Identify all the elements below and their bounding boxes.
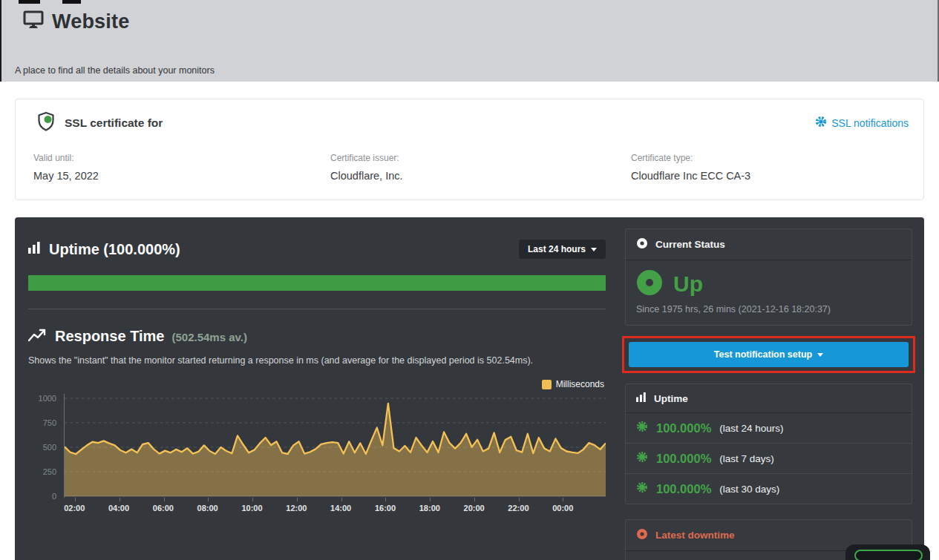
x-tick-label: 10:00 — [241, 504, 262, 513]
x-axis-labels: 02:0004:0006:0008:0010:0012:0014:0016:00… — [64, 504, 606, 520]
uptime-burst-icon — [636, 421, 648, 435]
field-label: Valid until: — [33, 153, 330, 163]
page-subtitle: A place to find all the details about yo… — [15, 65, 215, 76]
charts-column: Uptime (100.000%) Last 24 hours Response… — [28, 217, 606, 560]
x-tick-label: 12:00 — [286, 504, 307, 513]
y-tick-label: 750 — [43, 418, 56, 427]
uptime-section-title: Uptime (100.000%) — [49, 241, 180, 258]
x-tick-label: 08:00 — [197, 504, 218, 513]
page-header: Website A place to find all the details … — [0, 0, 939, 82]
field-label: Certificate issuer: — [330, 153, 631, 163]
chat-widget-pill — [854, 550, 923, 560]
uptime-burst-icon — [636, 481, 648, 496]
x-tickmark — [563, 498, 563, 501]
chart-plot[interactable] — [64, 394, 606, 498]
monitor-icon — [22, 10, 45, 33]
time-range-label: Last 24 hours — [528, 244, 586, 254]
x-tick-label: 00:00 — [552, 504, 573, 513]
x-tickmark — [252, 498, 253, 501]
x-tick-label: 20:00 — [464, 504, 485, 513]
screen-edge-artifact — [0, 0, 1, 82]
x-tickmark — [385, 498, 386, 501]
uptime-period: (last 7 days) — [719, 453, 774, 464]
annotation-highlight-box: Test notification setup — [622, 336, 915, 373]
response-time-title: Response Time — [55, 328, 164, 345]
x-tickmark — [341, 498, 342, 501]
response-time-area — [65, 403, 606, 496]
status-state: Up — [673, 271, 703, 297]
shield-icon — [36, 111, 56, 135]
x-tickmark — [120, 498, 120, 501]
line-chart-icon — [28, 328, 48, 346]
field-label: Certificate type: — [631, 153, 750, 163]
x-tickmark — [208, 498, 209, 501]
chat-widget-peek[interactable] — [845, 544, 930, 560]
response-time-description: Shows the "instant" that the monitor sta… — [28, 355, 606, 366]
x-tick-label: 02:00 — [64, 504, 85, 513]
x-tickmark — [297, 498, 298, 501]
screen-artifact — [19, 0, 40, 4]
uptime-percentage: 100.000% — [656, 421, 711, 435]
field-value: Cloudflare Inc ECC CA-3 — [631, 170, 750, 182]
bar-chart-icon — [28, 242, 41, 257]
uptime-percentage: 100.000% — [656, 482, 711, 496]
uptime-row-7d: 100.000% (last 7 days) — [626, 443, 912, 473]
uptime-card-title: Uptime — [654, 393, 688, 404]
chart-legend: Milliseconds — [28, 379, 606, 389]
time-range-dropdown[interactable]: Last 24 hours — [519, 240, 606, 259]
uptime-row-24h: 100.000% (last 24 hours) — [626, 413, 912, 443]
uptime-status-bar[interactable] — [28, 275, 606, 291]
uptime-percentage: 100.000% — [656, 452, 711, 466]
ssl-type-field: Certificate type: Cloudflare Inc ECC CA-… — [631, 153, 750, 182]
response-time-average: (502.54ms av.) — [171, 331, 246, 343]
x-tick-label: 18:00 — [419, 504, 440, 513]
uptime-row-30d: 100.000% (last 30 days) — [626, 473, 912, 504]
uptime-burst-icon — [636, 451, 648, 466]
downtime-dot-icon — [636, 528, 648, 542]
test-notification-setup-button[interactable]: Test notification setup — [629, 342, 909, 367]
x-tickmark — [75, 498, 76, 501]
test-notification-label: Test notification setup — [714, 349, 812, 360]
current-status-card: Current Status Up Since 1975 hrs, 26 min… — [625, 228, 912, 326]
section-divider — [28, 309, 606, 309]
x-tick-label: 22:00 — [508, 504, 529, 513]
ssl-notifications-link[interactable]: SSL notifications — [815, 116, 909, 130]
legend-swatch-milliseconds — [542, 380, 552, 389]
field-value: May 15, 2022 — [33, 170, 330, 182]
x-tick-label: 06:00 — [153, 504, 174, 513]
ssl-valid-until-field: Valid until: May 15, 2022 — [33, 153, 330, 182]
status-since-text: Since 1975 hrs, 26 mins (2021-12-16 18:2… — [636, 304, 901, 314]
uptime-period: (last 24 hours) — [719, 423, 783, 434]
bar-chart-icon — [636, 392, 647, 404]
y-tick-label: 1000 — [39, 394, 56, 403]
current-status-title: Current Status — [655, 239, 725, 250]
x-tick-label: 16:00 — [375, 504, 396, 513]
response-time-chart-svg — [65, 394, 606, 498]
chevron-down-icon — [591, 248, 597, 251]
field-value: Cloudflare, Inc. — [330, 170, 631, 182]
ssl-issuer-field: Certificate issuer: Cloudflare, Inc. — [330, 153, 631, 182]
y-tick-label: 250 — [43, 467, 56, 476]
x-tick-label: 04:00 — [108, 504, 129, 513]
monitor-detail-panel: Uptime (100.000%) Last 24 hours Response… — [15, 217, 924, 560]
uptime-period: (last 30 days) — [719, 484, 779, 495]
y-axis-labels: 02505007501000 — [28, 394, 64, 498]
downtime-card-title: Latest downtime — [655, 530, 735, 541]
page-title: Website — [52, 10, 129, 33]
x-tick-label: 14:00 — [330, 504, 351, 513]
status-sidebar: Current Status Up Since 1975 hrs, 26 min… — [625, 217, 912, 560]
gear-icon — [815, 116, 827, 130]
ssl-card-title: SSL certificate for — [65, 116, 163, 130]
x-tickmark — [430, 498, 431, 501]
x-tickmark — [164, 498, 165, 501]
chevron-down-icon — [817, 353, 823, 357]
status-dot-icon — [636, 237, 648, 251]
y-tick-label: 0 — [52, 492, 56, 501]
x-tickmark — [519, 498, 520, 501]
screen-artifact — [62, 0, 81, 4]
x-tickmark — [474, 498, 475, 501]
y-tick-label: 500 — [43, 443, 56, 452]
ssl-certificate-card: SSL certificate for SSL notifications Va… — [15, 99, 924, 200]
up-donut-icon — [636, 269, 663, 299]
ssl-notifications-label: SSL notifications — [831, 117, 909, 129]
